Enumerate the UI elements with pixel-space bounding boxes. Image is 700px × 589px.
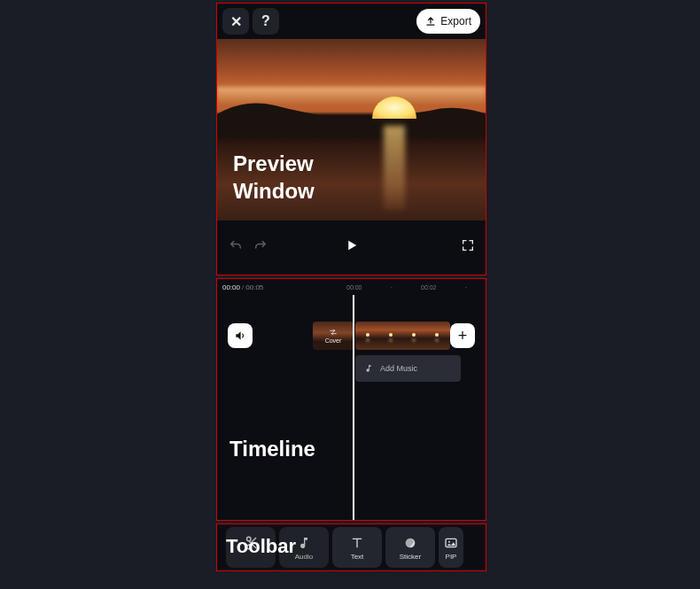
preview-controls xyxy=(217,221,486,269)
export-button[interactable]: Export xyxy=(416,9,480,34)
speaker-icon xyxy=(234,329,246,342)
top-bar: ✕ ? Export xyxy=(217,4,486,39)
bottom-toolbar: Toolbar Edit Audio Text Sticker xyxy=(216,523,486,571)
undo-button[interactable] xyxy=(228,237,244,253)
preview-annotation-label: Preview Window xyxy=(233,150,315,205)
total-time: 00:05 xyxy=(245,283,263,291)
cover-label: Cover xyxy=(325,337,342,344)
tool-label: Audio xyxy=(295,553,313,561)
timeline-panel: 00:00/00:05 00:00 · 00:02 · Cover + xyxy=(216,278,486,521)
add-music-button[interactable]: Add Music xyxy=(355,355,461,382)
add-music-label: Add Music xyxy=(380,364,417,373)
tool-sticker[interactable]: Sticker xyxy=(385,527,435,568)
help-icon: ? xyxy=(261,13,270,29)
music-note-icon xyxy=(364,364,373,373)
time-indicator: 00:00/00:05 xyxy=(222,283,263,291)
image-icon xyxy=(444,535,458,551)
sticker-icon xyxy=(403,535,417,551)
plus-icon: + xyxy=(458,327,468,345)
preview-video-frame[interactable]: Preview Window xyxy=(217,39,486,221)
ruler-dot: · xyxy=(391,284,393,291)
fullscreen-button[interactable] xyxy=(461,238,475,252)
transition-icon xyxy=(328,328,338,337)
export-label: Export xyxy=(440,15,471,27)
toolbar-annotation-label: Toolbar xyxy=(226,535,296,558)
video-editor-app: ✕ ? Export Preview W xyxy=(216,3,486,574)
preview-label-line1: Preview xyxy=(233,150,315,177)
tool-label: Sticker xyxy=(400,553,421,561)
export-icon xyxy=(425,16,436,27)
ruler-dot: · xyxy=(465,284,467,291)
preview-label-line2: Window xyxy=(233,177,315,205)
tool-label: Text xyxy=(351,553,364,561)
music-note-icon xyxy=(297,535,311,551)
close-icon: ✕ xyxy=(230,13,242,30)
redo-button[interactable] xyxy=(253,237,268,253)
text-icon xyxy=(350,535,364,551)
mountains-silhouette xyxy=(217,88,486,136)
close-button[interactable]: ✕ xyxy=(222,8,249,35)
clip-thumbnail xyxy=(355,330,450,339)
time-ruler[interactable]: 00:00/00:05 00:00 · 00:02 · xyxy=(217,279,486,295)
ruler-mark: 00:02 xyxy=(421,284,437,291)
video-track: Cover + xyxy=(217,322,486,359)
tool-label: PIP xyxy=(446,553,457,561)
svg-point-2 xyxy=(448,540,450,542)
help-button[interactable]: ? xyxy=(253,8,279,35)
tool-pip[interactable]: PIP xyxy=(439,527,463,568)
video-clip[interactable] xyxy=(355,322,450,350)
preview-window: ✕ ? Export Preview W xyxy=(216,3,486,275)
tool-text[interactable]: Text xyxy=(332,527,382,568)
playhead[interactable] xyxy=(353,295,354,520)
timeline-annotation-label: Timeline xyxy=(229,437,315,461)
current-time: 00:00 xyxy=(222,283,240,291)
sun-reflection xyxy=(384,126,405,210)
top-left-controls: ✕ ? xyxy=(222,8,279,35)
mute-button[interactable] xyxy=(228,323,253,348)
add-clip-button[interactable]: + xyxy=(450,323,475,348)
play-button[interactable] xyxy=(344,237,360,253)
ruler-mark: 00:00 xyxy=(346,284,362,291)
cover-clip[interactable]: Cover xyxy=(313,322,354,350)
